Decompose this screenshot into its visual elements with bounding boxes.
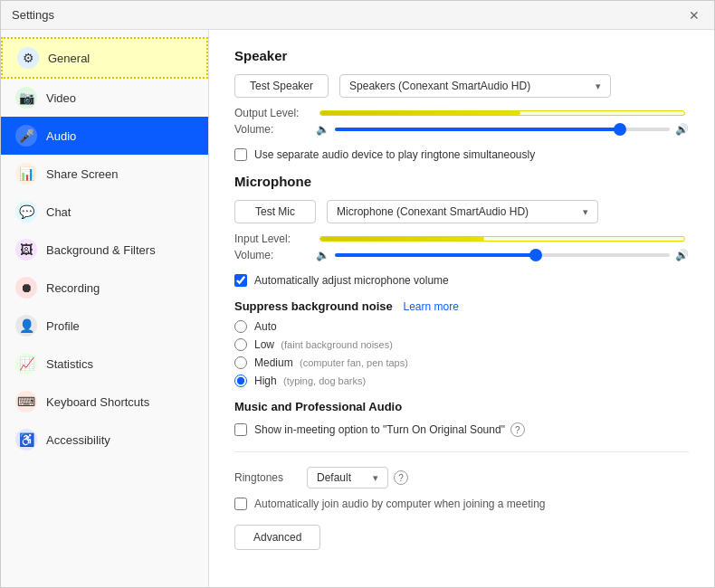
sidebar-item-chat[interactable]: 💬 Chat [1, 193, 208, 231]
advanced-button[interactable]: Advanced [234, 525, 320, 550]
sidebar-item-label: Chat [46, 205, 71, 219]
accessibility-icon: ♿ [15, 429, 37, 450]
speaker-controls-row: Test Speaker Speakers (Conexant SmartAud… [234, 74, 689, 98]
noise-low-radio[interactable] [234, 338, 247, 351]
noise-auto-row: Auto [234, 320, 689, 333]
original-sound-help-icon[interactable]: ? [510, 422, 525, 437]
settings-window: Settings ✕ ⚙ General 📷 Video 🎤 Audio 📊 S… [0, 0, 715, 588]
sidebar-item-label: Video [46, 91, 76, 105]
statistics-icon: 📈 [15, 353, 37, 375]
microphone-dropdown[interactable]: Microphone (Conexant SmartAudio HD) ▾ [327, 200, 598, 223]
speaker-title: Speaker [234, 48, 689, 63]
ringtones-dropdown[interactable]: Default ▾ [307, 467, 388, 488]
share-screen-icon: 📊 [15, 163, 37, 185]
mic-slider-fill [335, 253, 536, 257]
sidebar-item-video[interactable]: 📷 Video [1, 79, 208, 117]
suppress-noise-header: Suppress background noise Learn more [234, 299, 689, 313]
sidebar-item-recording[interactable]: ⏺ Recording [1, 269, 208, 307]
suppress-noise-title: Suppress background noise [234, 299, 393, 313]
ringtones-row: Ringtones Default ▾ ? [234, 467, 689, 488]
noise-medium-label: Medium (computer fan, pen taps) [254, 356, 408, 369]
output-level-row: Output Level: [234, 107, 689, 119]
output-level-fill [320, 111, 520, 115]
speaker-volume-min-icon: 🔈 [316, 123, 329, 136]
sidebar: ⚙ General 📷 Video 🎤 Audio 📊 Share Screen… [1, 30, 209, 587]
mic-volume-min-icon: 🔈 [316, 249, 329, 261]
recording-icon: ⏺ [15, 277, 37, 299]
original-sound-label: Show in-meeting option to "Turn On Origi… [254, 423, 505, 436]
output-level-bar [319, 110, 685, 116]
sidebar-item-audio[interactable]: 🎤 Audio [1, 117, 208, 155]
speaker-slider-thumb[interactable] [614, 123, 626, 136]
input-level-row: Input Level: [234, 232, 689, 245]
mic-volume-slider[interactable] [335, 253, 670, 257]
mic-slider-track [335, 253, 670, 257]
sidebar-item-label: Share Screen [46, 167, 119, 181]
original-sound-checkbox[interactable] [234, 423, 247, 436]
noise-auto-label: Auto [254, 320, 277, 333]
sidebar-item-accessibility[interactable]: ♿ Accessibility [1, 421, 208, 459]
sidebar-item-statistics[interactable]: 📈 Statistics [1, 345, 208, 383]
sidebar-item-keyboard-shortcuts[interactable]: ⌨ Keyboard Shortcuts [1, 383, 208, 421]
sidebar-item-label: Audio [46, 129, 76, 143]
output-level-label: Output Level: [234, 107, 316, 119]
ringtones-help-icon[interactable]: ? [394, 470, 408, 485]
mic-volume-max-icon: 🔊 [675, 249, 689, 261]
sidebar-item-label: Profile [46, 319, 80, 333]
noise-high-row: High (typing, dog barks) [234, 375, 689, 387]
sidebar-item-profile[interactable]: 👤 Profile [1, 307, 208, 345]
ringtones-label: Ringtones [234, 471, 298, 484]
divider [234, 451, 689, 452]
speaker-volume-slider[interactable] [335, 128, 670, 131]
titlebar: Settings ✕ [1, 1, 714, 30]
noise-low-row: Low (faint background noises) [234, 338, 689, 351]
main-content: Speaker Test Speaker Speakers (Conexant … [209, 30, 714, 587]
video-icon: 📷 [15, 87, 37, 109]
noise-auto-radio[interactable] [234, 320, 247, 333]
noise-high-radio[interactable] [234, 375, 247, 387]
speaker-dropdown[interactable]: Speakers (Conexant SmartAudio HD) ▾ [339, 74, 611, 98]
sidebar-item-label: Statistics [46, 357, 93, 371]
noise-radio-group: Auto Low (faint background noises) Mediu… [234, 320, 689, 387]
input-level-label: Input Level: [234, 232, 316, 245]
input-level-fill [320, 237, 484, 241]
speaker-dropdown-arrow: ▾ [596, 81, 601, 92]
auto-adjust-label: Automatically adjust microphone volume [254, 274, 449, 287]
noise-medium-radio[interactable] [234, 356, 247, 369]
auto-adjust-checkbox[interactable] [234, 274, 247, 287]
sidebar-item-label: Keyboard Shortcuts [46, 395, 149, 409]
speaker-volume-label: Volume: [234, 123, 316, 136]
auto-join-row: Automatically join audio by computer whe… [234, 498, 689, 510]
sidebar-item-share-screen[interactable]: 📊 Share Screen [1, 155, 208, 193]
microphone-dropdown-value: Microphone (Conexant SmartAudio HD) [337, 205, 529, 218]
learn-more-link[interactable]: Learn more [403, 300, 458, 313]
auto-join-label: Automatically join audio by computer whe… [254, 498, 546, 510]
sidebar-item-general[interactable]: ⚙ General [1, 37, 208, 79]
sidebar-item-label: Background & Filters [46, 243, 156, 257]
noise-low-label: Low (faint background noises) [254, 338, 393, 351]
sidebar-item-label: General [48, 52, 90, 65]
noise-high-label: High (typing, dog barks) [254, 375, 366, 387]
separate-audio-checkbox[interactable] [234, 148, 247, 161]
speaker-slider-fill [335, 128, 620, 131]
sidebar-item-label: Recording [46, 281, 100, 295]
test-mic-button[interactable]: Test Mic [234, 200, 316, 223]
sidebar-item-background-filters[interactable]: 🖼 Background & Filters [1, 231, 208, 269]
microphone-dropdown-arrow: ▾ [583, 206, 588, 218]
separate-audio-label: Use separate audio device to play ringto… [254, 148, 535, 161]
mic-slider-thumb[interactable] [529, 249, 542, 261]
microphone-title: Microphone [234, 174, 689, 189]
mic-volume-row: Volume: 🔈 🔊 [234, 249, 689, 261]
speaker-volume-max-icon: 🔊 [675, 123, 689, 136]
general-icon: ⚙ [17, 47, 39, 69]
background-filters-icon: 🖼 [15, 239, 37, 261]
mic-volume-label: Volume: [234, 249, 316, 261]
microphone-controls-row: Test Mic Microphone (Conexant SmartAudio… [234, 200, 689, 223]
audio-icon: 🎤 [15, 125, 37, 147]
speaker-volume-row: Volume: 🔈 🔊 [234, 123, 689, 136]
auto-adjust-row: Automatically adjust microphone volume [234, 274, 689, 287]
profile-icon: 👤 [15, 315, 37, 337]
close-button[interactable]: ✕ [685, 6, 703, 24]
test-speaker-button[interactable]: Test Speaker [234, 74, 329, 98]
auto-join-checkbox[interactable] [234, 498, 247, 510]
